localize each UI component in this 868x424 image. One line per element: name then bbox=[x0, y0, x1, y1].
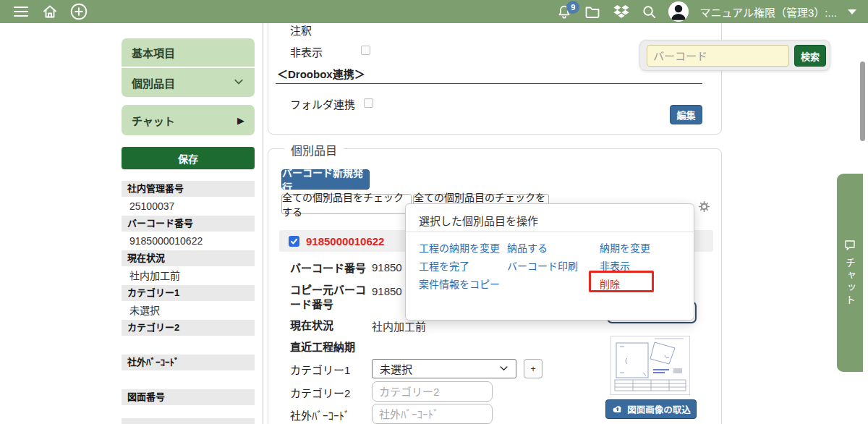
field-label: 現在状況 bbox=[290, 318, 371, 333]
category2-label: カテゴリー2 bbox=[290, 386, 371, 401]
menu-item-copy-case-info[interactable]: 案件情報をコピー bbox=[419, 276, 500, 291]
field-value: 91850 bbox=[372, 261, 402, 274]
info-value: 社内加工前 bbox=[122, 266, 255, 285]
user-avatar[interactable] bbox=[668, 1, 689, 22]
search-button[interactable]: 検索 bbox=[794, 45, 826, 67]
category1-select[interactable]: 未選択 bbox=[372, 359, 516, 378]
barcode-search-input[interactable] bbox=[647, 45, 789, 67]
info-label: カテゴリー1 bbox=[122, 285, 255, 301]
info-label: カテゴリー2 bbox=[122, 320, 255, 336]
delete-highlight-box bbox=[589, 271, 654, 292]
menu-item-delete[interactable]: 削除 bbox=[600, 276, 620, 291]
sidebar-item-individual[interactable]: 個別品目 bbox=[122, 68, 255, 97]
info-value: 25100037 bbox=[122, 197, 255, 216]
info-value bbox=[122, 370, 255, 389]
chat-tab-label: チャット bbox=[843, 258, 857, 307]
info-label: 現在状況 bbox=[122, 250, 255, 266]
field-label: コピー元バーコード番号 bbox=[290, 283, 371, 313]
popup-divider bbox=[406, 232, 694, 232]
notifications-bell-icon[interactable]: 9 bbox=[556, 4, 572, 20]
field-label: 直近工程納期 bbox=[290, 340, 371, 355]
import-drawing-label: 図面画像の取込 bbox=[627, 402, 691, 416]
droobox-heading: ＜Droobox連携＞ bbox=[277, 66, 365, 81]
cloud-upload-icon bbox=[611, 404, 624, 414]
gear-icon[interactable] bbox=[698, 200, 710, 216]
menu-item-deliver[interactable]: 納品する bbox=[507, 240, 548, 255]
menu-item-change-process-deadline[interactable]: 工程の納期を変更 bbox=[419, 240, 500, 255]
info-label: 社外ﾊﾞｰｺｰﾄﾞ bbox=[122, 355, 255, 370]
save-button[interactable]: 保存 bbox=[122, 147, 255, 169]
info-label: 社内管理番号 bbox=[122, 181, 255, 197]
category1-label: カテゴリー1 bbox=[290, 363, 371, 378]
field-label: バーコード番号 bbox=[290, 261, 371, 276]
field-value: 91850 bbox=[372, 285, 402, 297]
section-legend: 個別品目 bbox=[284, 141, 344, 158]
import-drawing-button[interactable]: 図面画像の取込 bbox=[605, 399, 697, 419]
sidebar-item-chat[interactable]: チャット ▶ bbox=[122, 105, 255, 135]
menu-item-complete-process[interactable]: 工程を完了 bbox=[419, 258, 469, 273]
popup-title: 選択した個別品目を操作 bbox=[419, 213, 538, 228]
check-all-button[interactable]: 全ての個別品目をチェックする bbox=[281, 194, 412, 214]
item-checkbox-checked[interactable] bbox=[289, 236, 299, 247]
vertical-scrollbar-thumb[interactable] bbox=[860, 62, 865, 141]
info-value: 9185000010622 bbox=[122, 232, 255, 250]
drawing-thumbnail[interactable] bbox=[610, 336, 690, 395]
info-label: バーコード番号 bbox=[122, 216, 255, 232]
info-value: 未選択 bbox=[122, 301, 255, 320]
search-icon[interactable] bbox=[641, 4, 658, 20]
chat-bubble-icon bbox=[843, 239, 856, 252]
annotation-label: 注釈 bbox=[290, 22, 312, 38]
menu-item-print-barcode[interactable]: バーコード印刷 bbox=[507, 258, 578, 273]
chevron-down-icon bbox=[233, 77, 244, 89]
sidebar-nav-group: 基本項目 個別品目 bbox=[122, 38, 255, 97]
barcode-search-panel: 検索 bbox=[639, 40, 830, 71]
menu-item-hide[interactable]: 非表示 bbox=[600, 258, 630, 273]
ext-barcode-label: 社外ﾊﾞｰｺｰﾄﾞ bbox=[290, 409, 371, 423]
chevron-right-icon: ▶ bbox=[237, 115, 244, 126]
new-barcode-button[interactable]: バーコード新規発行 bbox=[281, 169, 370, 190]
sidebar-item-basic-label: 基本項目 bbox=[132, 45, 175, 60]
add-category-button[interactable]: + bbox=[524, 359, 542, 378]
folder-link-label: フォルダ連携 bbox=[290, 96, 355, 111]
top-navigation-bar: 9 マニュアル権限（管理3）:... bbox=[0, 0, 868, 23]
sidebar-item-basic[interactable]: 基本項目 bbox=[122, 38, 255, 68]
category1-selected-value: 未選択 bbox=[380, 361, 412, 376]
menu-item-change-deadline[interactable]: 納期を変更 bbox=[600, 240, 650, 255]
category2-input[interactable] bbox=[372, 381, 493, 402]
dropbox-icon[interactable] bbox=[613, 3, 630, 20]
field-value: 社内加工前 bbox=[372, 318, 426, 334]
section-divider bbox=[276, 83, 702, 84]
hamburger-menu-icon[interactable] bbox=[12, 3, 30, 20]
item-barcode-number: 9185000010622 bbox=[306, 235, 384, 247]
hidden-label: 非表示 bbox=[290, 44, 323, 59]
info-value bbox=[122, 336, 255, 355]
info-label: 図面番号 bbox=[122, 389, 255, 405]
account-menu-label[interactable]: マニュアル権限（管理3）:... bbox=[699, 4, 837, 20]
app-root: 9 マニュアル権限（管理3）:... 基本項目 個別品目 bbox=[0, 0, 868, 424]
sidebar-item-chat-label: チャット bbox=[132, 113, 175, 128]
info-label-partial bbox=[122, 418, 255, 424]
account-caret-down-icon[interactable] bbox=[848, 9, 856, 14]
edit-button[interactable]: 編集 bbox=[670, 105, 702, 124]
ext-barcode-input[interactable] bbox=[372, 404, 493, 424]
hidden-checkbox[interactable] bbox=[361, 46, 370, 55]
chat-side-tab[interactable]: チャット bbox=[837, 174, 863, 372]
add-new-icon[interactable] bbox=[69, 2, 88, 21]
home-icon[interactable] bbox=[41, 3, 59, 20]
folder-link-checkbox[interactable] bbox=[364, 98, 373, 108]
notification-count-badge: 9 bbox=[566, 1, 579, 14]
folder-icon[interactable] bbox=[583, 3, 602, 20]
item-actions-popup: 選択した個別品目を操作 工程の納期を変更 納品する 納期を変更 工程を完了 バー… bbox=[405, 203, 694, 321]
item-summary-list: 社内管理番号 25100037 バーコード番号 9185000010622 現在… bbox=[122, 181, 255, 424]
panel-divider bbox=[263, 23, 263, 424]
sidebar-item-individual-label: 個別品目 bbox=[132, 75, 175, 90]
